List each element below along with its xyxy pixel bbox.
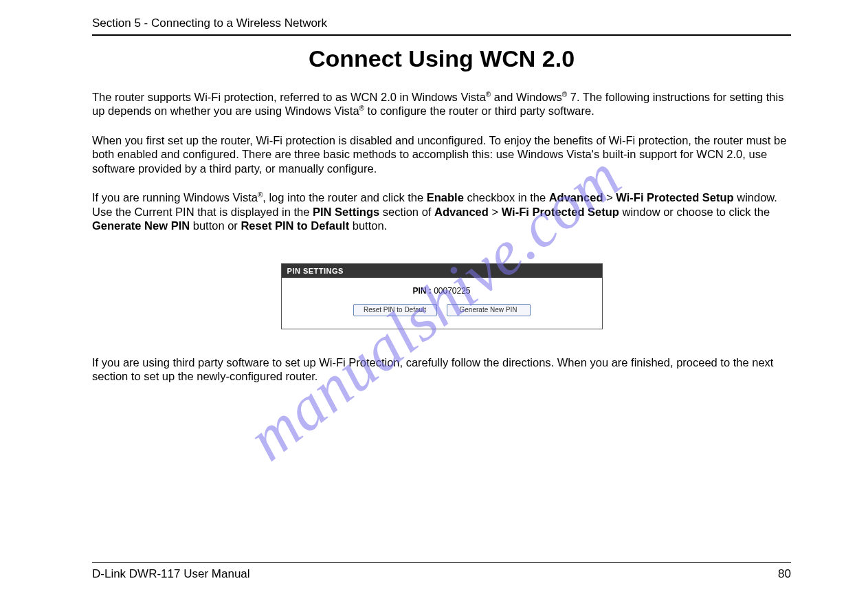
footer-manual-name: D-Link DWR-117 User Manual [92,567,250,581]
text: > [603,191,616,204]
pin-label: PIN : [412,286,431,296]
bold-wps: Wi-Fi Protected Setup [616,191,733,204]
bold-advanced: Advanced [549,191,603,204]
text: and Windows [491,91,562,103]
paragraph-1: The router supports Wi-Fi protection, re… [92,90,791,118]
paragraph-4: If you are using third party software to… [92,355,791,384]
bold-pin-settings: PIN Settings [313,206,379,218]
text: > [489,206,502,218]
text: checkbox in the [464,191,549,204]
pin-settings-body: PIN : 00070225 Reset PIN to Default Gene… [282,278,602,329]
bold-advanced: Advanced [434,206,489,218]
text: window or choose to click the [619,206,770,218]
pin-settings-panel: PIN SETTINGS PIN : 00070225 Reset PIN to… [281,263,603,329]
pin-row: PIN : 00070225 [289,286,595,296]
text: button or [190,219,241,232]
reset-pin-button[interactable]: Reset PIN to Default [353,304,437,316]
pin-settings-header: PIN SETTINGS [282,264,602,278]
bold-enable: Enable [427,191,464,204]
text: section of [379,206,434,218]
text: If you are running Windows Vista [92,191,258,204]
section-header: Section 5 - Connecting to a Wireless Net… [92,17,791,36]
text: button. [349,219,387,232]
paragraph-3: If you are running Windows Vista®, log i… [92,190,791,232]
bold-wps: Wi-Fi Protected Setup [502,206,619,218]
footer-page-number: 80 [778,567,791,581]
bold-generate-new-pin: Generate New PIN [92,219,190,232]
bold-reset-pin: Reset PIN to Default [241,219,349,232]
pin-value: 00070225 [434,286,470,296]
footer: D-Link DWR-117 User Manual 80 [92,562,791,581]
paragraph-2: When you first set up the router, Wi-Fi … [92,133,791,175]
text: , log into the router and click the [263,191,426,204]
text: The router supports Wi-Fi protection, re… [92,91,486,103]
generate-new-pin-button[interactable]: Generate New PIN [447,304,531,316]
page-title: Connect Using WCN 2.0 [92,45,791,72]
registered-mark: ® [359,105,364,112]
text: to configure the router or third party s… [364,105,594,117]
